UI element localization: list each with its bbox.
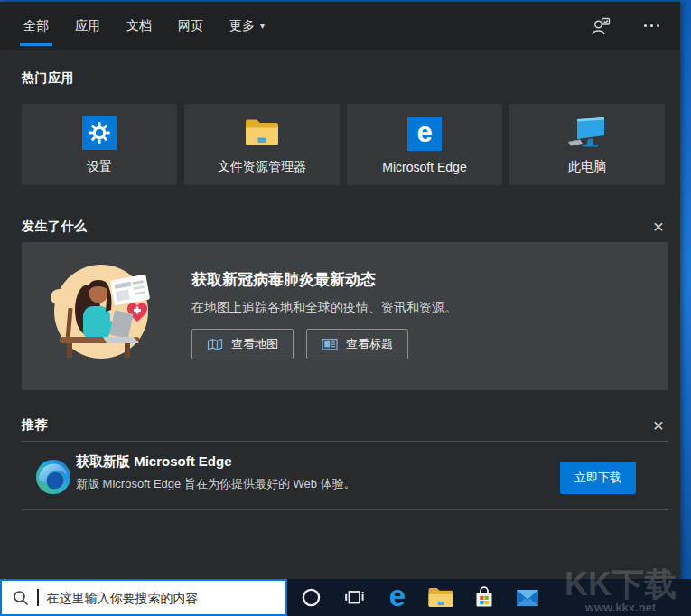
top-apps-header: 热门应用 (22, 70, 668, 87)
whats-happening-title: 发生了什么 (22, 219, 88, 235)
view-headlines-button[interactable]: 查看标题 (306, 329, 408, 359)
search-icon (13, 590, 29, 606)
tab-more[interactable]: 更多 ▾ (228, 2, 266, 50)
tile-file-explorer-label: 文件资源管理器 (218, 159, 306, 175)
mail-icon (516, 589, 539, 607)
edge-taskbar-button[interactable]: e (376, 579, 419, 616)
tile-settings[interactable]: 设置 (22, 104, 177, 185)
text-caret (37, 589, 39, 606)
covid-news-card: 获取新冠病毒肺炎最新动态 在地图上追踪各地和全球的疫情、资讯和资源。 查看地图 (22, 242, 668, 390)
ellipsis-icon (644, 24, 659, 27)
close-icon[interactable]: × (649, 217, 668, 237)
divider (22, 509, 668, 510)
tab-apps-label: 应用 (75, 18, 100, 34)
search-input[interactable] (47, 591, 273, 605)
taskbar-icons: e (289, 579, 549, 616)
tab-web[interactable]: 网页 (176, 2, 205, 50)
chevron-down-icon: ▾ (260, 21, 265, 31)
tab-more-label: 更多 (229, 18, 255, 34)
whats-happening-header: 发生了什么 × (22, 217, 668, 237)
header-icons (588, 2, 664, 50)
covid-card-buttons: 查看地图 查看标题 (191, 329, 408, 359)
covid-illustration (47, 257, 159, 369)
search-tab-bar: 全部 应用 文档 网页 更多 ▾ (0, 2, 680, 50)
cortana-button[interactable] (289, 579, 332, 616)
recommended-header: 推荐 × (22, 415, 668, 435)
edge-chromium-icon (34, 458, 72, 496)
view-headlines-label: 查看标题 (346, 336, 393, 352)
search-flyout: 全部 应用 文档 网页 更多 ▾ (0, 2, 680, 579)
cortana-icon (301, 587, 322, 608)
tile-settings-label: 设置 (87, 159, 112, 175)
store-button[interactable] (462, 579, 506, 616)
task-view-icon (344, 587, 365, 608)
covid-card-subtitle: 在地图上追踪各地和全球的疫情、资讯和资源。 (191, 300, 457, 316)
tab-documents-label: 文档 (126, 18, 152, 34)
search-tabs: 全部 应用 文档 网页 更多 ▾ (22, 2, 266, 50)
view-map-button[interactable]: 查看地图 (191, 329, 294, 359)
account-feedback-button[interactable] (588, 14, 613, 39)
taskbar-search-box[interactable] (0, 579, 287, 616)
folder-icon (244, 117, 280, 147)
mail-button[interactable] (506, 579, 549, 616)
options-button[interactable] (639, 14, 664, 39)
view-map-label: 查看地图 (231, 336, 278, 352)
tile-file-explorer[interactable]: 文件资源管理器 (184, 104, 340, 185)
tab-documents[interactable]: 文档 (125, 2, 154, 50)
computer-icon (566, 116, 608, 150)
file-explorer-taskbar-button[interactable] (419, 579, 462, 616)
tile-edge[interactable]: e Microsoft Edge (347, 104, 502, 185)
person-feedback-icon (590, 16, 612, 36)
map-icon (207, 338, 223, 351)
covid-card-title: 获取新冠病毒肺炎最新动态 (191, 269, 376, 290)
file-explorer-icon (427, 586, 454, 609)
news-icon (322, 338, 338, 351)
edge-rec-subtitle: 新版 Microsoft Edge 旨在为你提供最好的 Web 体验。 (76, 476, 356, 492)
tab-all-label: 全部 (23, 18, 49, 34)
tab-web-label: 网页 (178, 18, 203, 34)
tile-edge-label: Microsoft Edge (382, 160, 466, 174)
download-now-button[interactable]: 立即下载 (560, 462, 636, 494)
tab-apps[interactable]: 应用 (73, 2, 102, 50)
divider (22, 441, 668, 442)
store-icon (472, 585, 496, 611)
taskbar: e (0, 579, 691, 616)
recommended-title: 推荐 (22, 417, 48, 434)
tab-all[interactable]: 全部 (22, 2, 51, 50)
edge-icon: e (389, 581, 406, 614)
tile-this-pc[interactable]: 此电脑 (509, 104, 665, 185)
gear-icon (82, 116, 117, 150)
tile-this-pc-label: 此电脑 (568, 159, 606, 175)
top-apps-tiles: 设置 文件资源管理器 e Microsoft (22, 104, 665, 185)
top-apps-title: 热门应用 (22, 70, 74, 87)
edge-icon: e (407, 117, 442, 151)
edge-recommendation-row[interactable]: 获取新版 Microsoft Edge 新版 Microsoft Edge 旨在… (22, 446, 668, 509)
edge-rec-title: 获取新版 Microsoft Edge (76, 453, 232, 471)
desktop-background: 全部 应用 文档 网页 更多 ▾ (0, 0, 691, 616)
task-view-button[interactable] (332, 579, 376, 616)
close-icon[interactable]: × (649, 415, 668, 435)
